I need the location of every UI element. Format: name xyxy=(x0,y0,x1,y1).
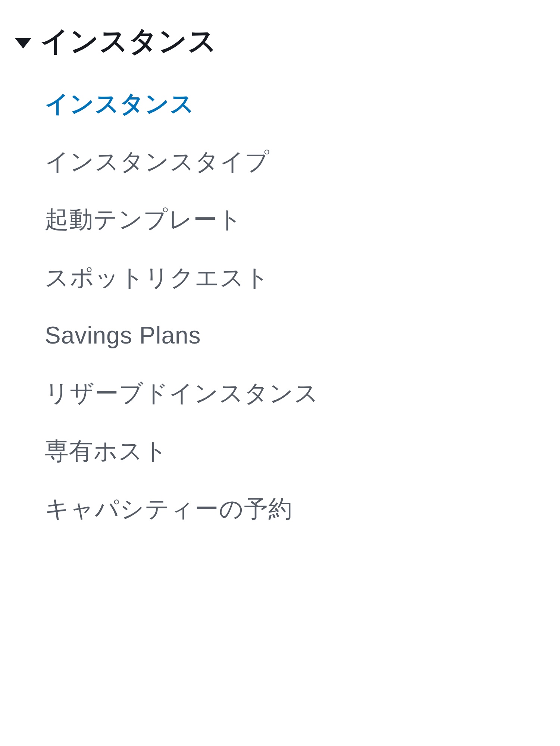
section-header-label: インスタンス xyxy=(40,22,217,61)
caret-down-icon xyxy=(15,38,31,48)
sidebar-section-instances: インスタンス インスタンス インスタンスタイプ 起動テンプレート スポットリクエ… xyxy=(15,22,545,538)
sidebar-item-reserved-instances[interactable]: リザーブドインスタンス xyxy=(45,364,545,422)
sidebar-item-capacity-reservations[interactable]: キャパシティーの予約 xyxy=(45,480,545,538)
sidebar-item-spot-requests[interactable]: スポットリクエスト xyxy=(45,249,545,307)
sidebar-item-dedicated-hosts[interactable]: 専有ホスト xyxy=(45,422,545,480)
sidebar-item-launch-templates[interactable]: 起動テンプレート xyxy=(45,191,545,248)
sidebar-items: インスタンス インスタンスタイプ 起動テンプレート スポットリクエスト Savi… xyxy=(15,75,545,538)
sidebar-item-instance-types[interactable]: インスタンスタイプ xyxy=(45,133,545,191)
sidebar-section-header[interactable]: インスタンス xyxy=(15,22,545,61)
sidebar-item-savings-plans[interactable]: Savings Plans xyxy=(45,307,545,364)
sidebar-item-instances[interactable]: インスタンス xyxy=(45,75,545,133)
